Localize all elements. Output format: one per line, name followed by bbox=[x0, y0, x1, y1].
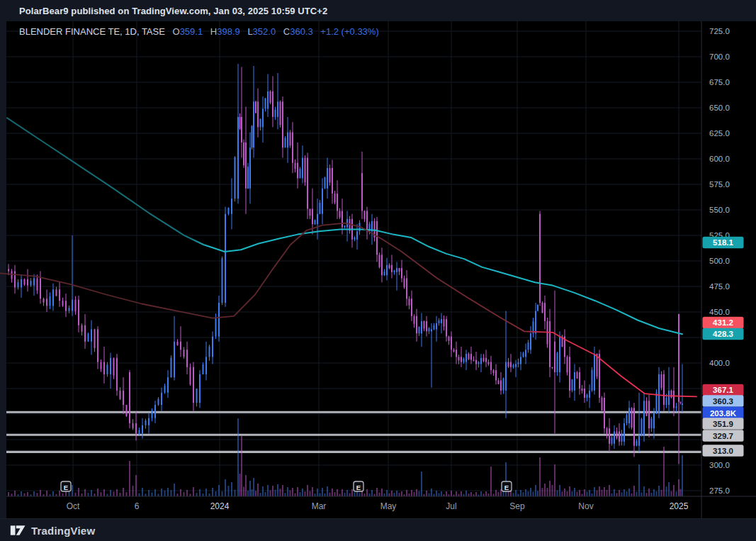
svg-text:351.9: 351.9 bbox=[713, 420, 733, 428]
time-axis-label: Nov bbox=[578, 501, 593, 511]
chart-svg[interactable]: EEE725.0700.0675.0650.0625.0600.0575.055… bbox=[0, 21, 756, 518]
price-axis-label: 725.0 bbox=[709, 27, 730, 35]
svg-text:360.3: 360.3 bbox=[713, 397, 733, 406]
price-axis-label: 575.0 bbox=[709, 180, 730, 189]
time-axis-label: Mar bbox=[312, 501, 327, 511]
svg-text:431.2: 431.2 bbox=[713, 318, 733, 327]
price-axis-label: 400.0 bbox=[709, 359, 730, 367]
ohlc-close-value: 360.3 bbox=[290, 26, 313, 37]
earnings-icon[interactable]: E bbox=[502, 481, 512, 491]
price-badge-428.3: 428.3 bbox=[703, 328, 744, 340]
tradingview-wordmark: TradingView bbox=[31, 525, 95, 537]
price-axis-label: 450.0 bbox=[709, 308, 730, 316]
ohlc-low-value: 352.0 bbox=[253, 26, 276, 37]
price-axis-label: 675.0 bbox=[709, 78, 730, 87]
price-axis-label: 550.0 bbox=[709, 206, 730, 214]
tradingview-published-chart: PolarBear9 published on TradingView.com,… bbox=[0, 0, 756, 541]
symbol-title: BLENDER FINANCE TE, 1D, TASE bbox=[19, 26, 165, 37]
price-axis-label: 600.0 bbox=[709, 155, 730, 163]
ohlc-close-key: C bbox=[283, 26, 290, 37]
price-axis-label: 275.0 bbox=[709, 486, 730, 495]
time-axis-label: 2025 bbox=[670, 501, 689, 511]
price-badge-203.8K: 203.8K bbox=[703, 407, 744, 420]
symbol-legend: BLENDER FINANCE TE, 1D, TASE O359.1 H398… bbox=[19, 26, 379, 37]
svg-text:E: E bbox=[504, 484, 509, 491]
time-axis-label: Oct bbox=[67, 501, 80, 511]
svg-text:428.3: 428.3 bbox=[713, 330, 733, 338]
earnings-icon[interactable]: E bbox=[354, 481, 363, 491]
price-badge-313.0: 313.0 bbox=[703, 445, 744, 457]
footer-bar: TradingView bbox=[0, 518, 756, 541]
svg-text:E: E bbox=[64, 484, 68, 491]
price-badge-360.3: 360.3 bbox=[703, 395, 744, 407]
svg-text:329.7: 329.7 bbox=[713, 432, 733, 440]
earnings-icon[interactable]: E bbox=[61, 481, 71, 491]
price-badge-351.9: 351.9 bbox=[703, 418, 744, 430]
time-axis-label: 2024 bbox=[210, 501, 230, 511]
price-axis-label: 500.0 bbox=[709, 257, 730, 265]
time-axis-label: May bbox=[380, 501, 397, 511]
tradingview-logo-icon bbox=[10, 525, 26, 536]
price-change: +1.2 (+0.33%) bbox=[320, 26, 378, 37]
price-badge-367.1: 367.1 bbox=[703, 384, 744, 396]
svg-text:313.0: 313.0 bbox=[713, 447, 733, 455]
svg-text:518.1: 518.1 bbox=[713, 238, 733, 247]
price-axis-label: 475.0 bbox=[709, 282, 730, 291]
attribution-bar: PolarBear9 published on TradingView.com,… bbox=[0, 0, 756, 21]
ohlc-high-value: 398.9 bbox=[217, 26, 240, 37]
attribution-text: PolarBear9 published on TradingView.com,… bbox=[19, 6, 327, 16]
price-axis-label: 650.0 bbox=[709, 104, 730, 112]
price-badge-431.2: 431.2 bbox=[703, 317, 744, 329]
price-axis-label: 625.0 bbox=[709, 129, 730, 138]
chart-pane[interactable] bbox=[0, 21, 756, 518]
svg-text:367.1: 367.1 bbox=[713, 386, 733, 394]
time-axis-label: Sep bbox=[509, 501, 525, 511]
tradingview-logo[interactable]: TradingView bbox=[10, 525, 95, 537]
svg-text:203.8K: 203.8K bbox=[710, 409, 737, 418]
time-axis-label: 6 bbox=[135, 501, 140, 511]
price-badge-518.1: 518.1 bbox=[703, 237, 744, 249]
ohlc-low-key: L bbox=[247, 26, 252, 37]
chart-area[interactable]: EEE725.0700.0675.0650.0625.0600.0575.055… bbox=[0, 21, 756, 518]
ohlc-high-key: H bbox=[210, 26, 217, 37]
ohlc-open-key: O bbox=[173, 26, 180, 37]
price-axis-label: 700.0 bbox=[709, 52, 730, 61]
price-badge-329.7: 329.7 bbox=[703, 430, 744, 442]
time-axis-label: Jul bbox=[446, 501, 456, 511]
price-axis-label: 300.0 bbox=[709, 461, 730, 469]
svg-text:E: E bbox=[356, 484, 361, 491]
ohlc-open-value: 359.1 bbox=[180, 26, 203, 37]
